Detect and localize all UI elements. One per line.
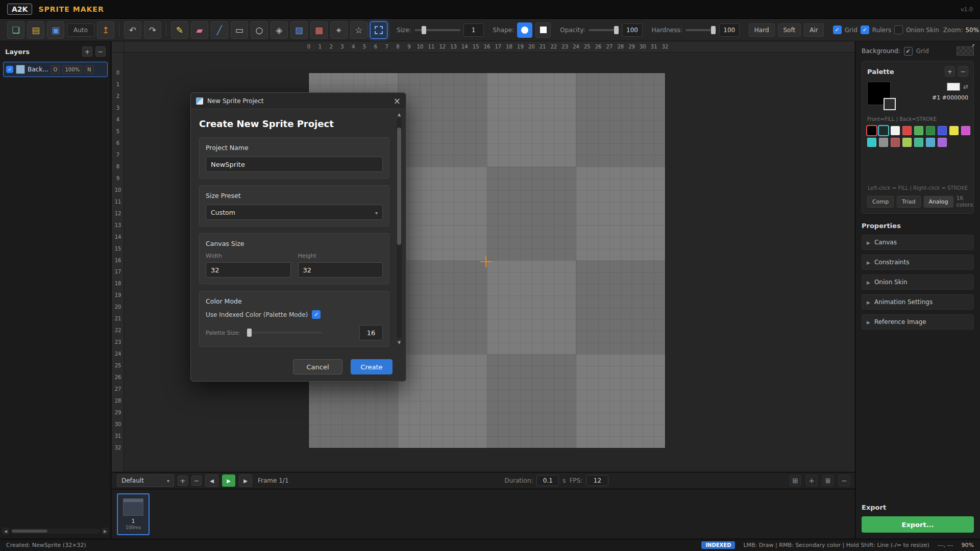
layer-blend-badge[interactable]: N [85,65,93,74]
slider-thumb[interactable] [711,26,716,34]
onion-skin-checkbox[interactable] [894,26,903,34]
palette-swatch[interactable] [926,126,935,135]
property-onion-skin[interactable]: Onion Skin [862,274,974,290]
grid-view-icon[interactable]: ⊞ [790,475,801,486]
property-animation-settings[interactable]: Animation Settings [862,294,974,310]
scrollbar-track[interactable] [11,529,100,534]
palette-swatch[interactable] [926,138,935,147]
hard-mode-button[interactable]: Hard [749,23,775,37]
palette-size-input[interactable] [359,325,383,340]
palette-swatch[interactable] [879,126,888,135]
soft-mode-button[interactable]: Soft [778,23,801,37]
zoom-value[interactable]: 50% [965,27,979,34]
scroll-up-icon[interactable] [398,111,401,117]
layers-scrollbar[interactable] [2,528,109,535]
palette-swatch[interactable] [902,138,912,147]
scroll-left-icon[interactable] [2,528,9,535]
scrollbar-thumb[interactable] [397,128,401,245]
prev-frame-button[interactable] [205,474,218,487]
rectangle-tool-button[interactable]: ▭ [231,21,248,39]
opacity-slider[interactable] [589,26,619,34]
line-tool-button[interactable]: ╱ [211,21,228,39]
fill-tool-button[interactable]: ◈ [271,21,288,39]
slider-thumb[interactable] [422,26,426,34]
width-input[interactable] [206,262,291,278]
select-tool-button[interactable] [370,21,387,39]
play-button[interactable] [222,474,235,487]
remove-color-button[interactable]: − [958,66,968,77]
close-icon[interactable] [394,96,401,106]
palette-swatch[interactable] [879,138,888,147]
gradient-tool-button[interactable]: ▨ [290,21,308,39]
undo-button[interactable]: ↶ [124,21,141,39]
scrollbar-thumb[interactable] [12,530,47,533]
hardness-slider[interactable] [685,26,716,34]
open-folder-button[interactable]: ▤ [27,21,44,39]
layer-visibility-checkbox[interactable] [6,66,13,73]
new-file-button[interactable]: ❏ [7,21,24,39]
palette-swatch[interactable] [914,138,923,147]
palette-swatch[interactable] [867,126,876,135]
pattern-tool-button[interactable]: ▩ [310,21,328,39]
project-name-input[interactable] [206,157,383,172]
save-button[interactable]: ▣ [47,21,64,39]
wand-tool-button[interactable]: ☆ [350,21,368,39]
next-frame-button[interactable] [239,474,252,487]
frame-thumbnail[interactable]: 1 100ms [117,493,150,535]
palette-swatch[interactable] [938,138,947,147]
indexed-color-checkbox[interactable] [312,310,321,319]
add-frame-icon[interactable]: + [806,475,817,486]
export-button[interactable]: Export... [862,516,974,533]
hardness-input[interactable] [719,23,740,37]
height-input[interactable] [298,262,383,278]
cancel-button[interactable]: Cancel [293,359,342,374]
scrollbar-track[interactable] [397,118,402,338]
size-preset-select[interactable]: Custom [206,205,383,220]
rulers-checkbox[interactable] [861,26,869,34]
slider-thumb[interactable] [614,26,619,34]
animation-select[interactable]: Default [117,474,174,487]
move-tool-button[interactable]: ⌖ [330,21,348,39]
create-button[interactable]: Create [351,359,393,374]
palette-swatch[interactable] [938,126,947,135]
air-mode-button[interactable]: Air [804,23,823,37]
palette-swatch[interactable] [891,126,900,135]
stroke-color-swatch[interactable] [884,98,896,110]
layer-opacity-badge[interactable]: O [51,65,60,74]
list-view-icon[interactable]: ≣ [822,475,834,486]
swap-colors-icon[interactable] [963,83,968,90]
duration-input[interactable] [536,475,559,486]
scroll-down-icon[interactable] [398,339,401,345]
property-reference-image[interactable]: Reference Image [862,314,974,330]
size-slider[interactable] [414,26,460,34]
remove-animation-button[interactable]: − [191,475,202,486]
layer-row[interactable]: Back... O 100% N [3,62,108,77]
pencil-tool-button[interactable]: ✎ [171,21,188,39]
background-swatch[interactable] [957,46,974,56]
palette-swatch[interactable] [949,126,959,135]
property-constraints[interactable]: Constraints [862,255,974,270]
dialog-titlebar[interactable]: New Sprite Project [191,93,406,109]
palette-size-slider[interactable] [246,329,322,337]
fps-input[interactable] [586,475,608,486]
comp-button[interactable]: Comp [867,196,894,208]
layer-opacity-value[interactable]: 100% [62,65,82,74]
analog-button[interactable]: Analog [924,196,953,208]
palette-swatch[interactable] [891,138,900,147]
redo-button[interactable]: ↷ [144,21,161,39]
size-input[interactable] [463,23,484,37]
opacity-input[interactable] [622,23,643,37]
remove-frame-icon[interactable]: − [839,475,850,486]
add-animation-button[interactable]: + [178,475,188,486]
shape-square-button[interactable] [535,22,551,38]
export-image-button[interactable]: ↥ [97,21,114,39]
property-canvas[interactable]: Canvas [862,235,974,250]
triad-button[interactable]: Triad [897,196,920,208]
shape-circle-button[interactable] [517,22,532,38]
palette-swatch[interactable] [867,138,876,147]
current-color-swatch[interactable] [947,83,960,91]
auto-toggle-button[interactable]: Auto [67,23,94,37]
scroll-right-icon[interactable] [102,528,109,535]
palette-swatch[interactable] [902,126,912,135]
add-layer-button[interactable]: + [82,46,92,57]
